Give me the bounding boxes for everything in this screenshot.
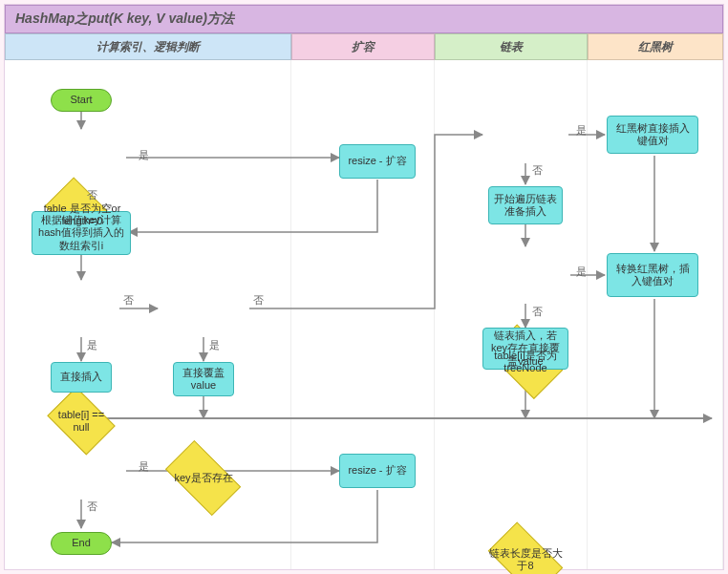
process-resize2: resize - 扩容 [339,454,416,488]
process-traverse: 开始遍历链表准备插入 [488,186,563,224]
swimlane-headers: 计算索引、逻辑判断 扩容 链表 红黑树 [5,33,723,60]
edge-label-yes: 是 [576,265,587,279]
edge-label-no: 否 [87,188,97,202]
lane-header-1: 计算索引、逻辑判断 [5,33,291,60]
process-rbtree-insert: 红黑树直接插入键值对 [607,116,698,154]
process-insert: 直接插入 [51,362,112,393]
process-convert: 转换红黑树，插入键值对 [607,253,698,297]
start-node: Start [51,89,112,112]
diagram-frame: HashMap之put(K key, V value)方法 计算索引、逻辑判断 … [4,4,724,570]
decision-key-exist: key是否存在 [158,450,249,507]
title-bar: HashMap之put(K key, V value)方法 [5,5,723,33]
edge-label-no: 否 [253,293,264,308]
process-override: 直接覆盖value [173,362,234,396]
diagram-title: HashMap之put(K key, V value)方法 [15,11,234,28]
edge-label-yes: 是 [209,338,220,352]
edge-label-no: 否 [123,293,134,308]
decision-null: table[i] == null [43,393,119,450]
lane-header-2: 扩容 [291,33,435,60]
decision-len8: 链表长度是否大于8 [481,531,570,574]
end-node: End [51,532,112,555]
process-resize1: resize - 扩容 [339,144,416,179]
edge-label-yes: 是 [139,459,149,474]
edge-label-yes: 是 [87,338,97,352]
edge-label-no: 否 [532,163,543,178]
lane-header-3: 链表 [435,33,588,60]
edge-label-no: 否 [87,500,97,514]
edge-label-yes: 是 [576,123,587,138]
edge-label-yes: 是 [139,148,149,162]
lane-header-4: 红黑树 [588,33,723,60]
edge-label-no: 否 [532,305,543,319]
